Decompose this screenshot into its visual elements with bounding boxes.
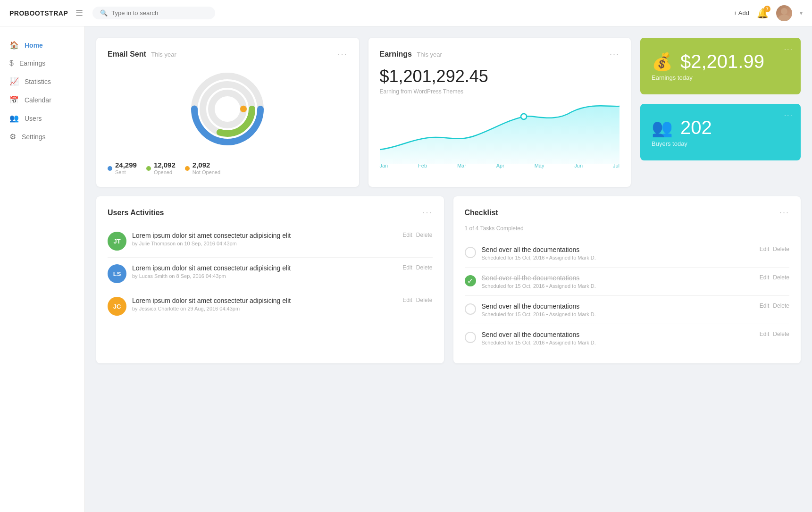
checklist-actions: Edit Delete — [760, 302, 789, 309]
not-opened-dot — [185, 166, 190, 171]
sidebar-item-users[interactable]: 👥 Users — [0, 109, 84, 127]
earnings-menu[interactable]: ··· — [610, 49, 619, 59]
sidebar-item-statistics[interactable]: 📈 Statistics — [0, 72, 84, 91]
activity-item: LS Lorem ipsum dolor sit amet consectetu… — [108, 258, 433, 290]
email-sent-menu[interactable]: ··· — [337, 49, 347, 59]
donut-chart-container — [108, 67, 348, 151]
earnings-subtitle: This year — [417, 51, 442, 58]
activity-actions: Edit Delete — [402, 264, 432, 271]
buyers-today-value: 202 — [680, 117, 712, 138]
check-circle[interactable] — [465, 247, 476, 258]
activity-delete-button[interactable]: Delete — [416, 297, 433, 303]
activity-text: Lorem ipsum dolor sit amet consectetur a… — [132, 297, 397, 311]
earnings-today-row: 💰 $2,201.99 — [652, 51, 764, 72]
sidebar-item-earnings[interactable]: $ Earnings — [0, 54, 84, 72]
add-button[interactable]: + Add — [733, 9, 749, 17]
earnings-sub-label: Earning from WordPress Themes — [380, 88, 620, 95]
checklist-item: ✓ Send over all the documentations Sched… — [465, 268, 790, 296]
check-circle[interactable] — [465, 332, 476, 343]
opened-dot — [146, 166, 151, 171]
checklist-edit-button[interactable]: Edit — [760, 274, 770, 281]
settings-icon: ⚙ — [9, 132, 16, 141]
earnings-today-value: $2,201.99 — [680, 51, 764, 72]
checklist-edit-button[interactable]: Edit — [760, 331, 770, 337]
sent-label: Sent — [115, 169, 126, 175]
earnings-amount: $1,201,292.45 — [380, 67, 620, 86]
sidebar-label-earnings: Earnings — [19, 59, 45, 67]
sent-value: 24,299 — [115, 161, 137, 169]
sidebar-item-settings[interactable]: ⚙ Settings — [0, 127, 84, 146]
activity-item: JC Lorem ipsum dolor sit amet consectetu… — [108, 290, 433, 322]
legend-sent: 24,299 Sent — [108, 161, 137, 176]
activity-edit-button[interactable]: Edit — [402, 264, 412, 271]
checklist-item: Send over all the documentations Schedul… — [465, 239, 790, 268]
buyers-today-menu[interactable]: ··· — [784, 111, 793, 120]
svg-point-8 — [520, 114, 526, 119]
earnings-icon: $ — [9, 59, 14, 67]
earnings-title: Earnings — [380, 50, 412, 58]
donut-chart — [185, 67, 270, 151]
activity-delete-button[interactable]: Delete — [416, 264, 433, 271]
checklist-delete-button[interactable]: Delete — [773, 302, 789, 309]
check-circle[interactable] — [465, 303, 476, 315]
checklist-item: Send over all the documentations Schedul… — [465, 324, 790, 352]
users-icon: 👥 — [9, 114, 19, 123]
checklist-text: Send over all the documentations Schedul… — [482, 302, 754, 317]
checklist-edit-button[interactable]: Edit — [760, 246, 770, 252]
checklist-delete-button[interactable]: Delete — [773, 274, 789, 281]
activities-list: JT Lorem ipsum dolor sit amet consectetu… — [108, 225, 433, 322]
earnings-today-menu[interactable]: ··· — [784, 45, 793, 54]
earnings-today-label: Earnings today — [652, 74, 693, 81]
not-opened-label: Not Opened — [193, 169, 220, 175]
sidebar: 🏠 Home $ Earnings 📈 Statistics 📅 Calenda… — [0, 26, 85, 512]
checklist-menu[interactable]: ··· — [779, 208, 789, 218]
checklist-actions: Edit Delete — [760, 246, 789, 252]
activity-title: Lorem ipsum dolor sit amet consectetur a… — [132, 232, 397, 239]
checklist-title: Checklist — [465, 209, 498, 217]
activity-edit-button[interactable]: Edit — [402, 232, 412, 238]
checklist-list: Send over all the documentations Schedul… — [465, 239, 790, 352]
check-circle[interactable]: ✓ — [465, 275, 476, 286]
bottom-grid: Users Activities ··· JT Lorem ipsum dolo… — [96, 196, 801, 363]
top-grid: Email Sent This year ··· — [96, 38, 801, 187]
activity-meta: by Julie Thompson on 10 Sep, 2016 04:43p… — [132, 241, 397, 246]
checklist-edit-button[interactable]: Edit — [760, 302, 770, 309]
earnings-card: Earnings This year ··· $1,201,292.45 Ear… — [368, 38, 631, 187]
earnings-today-icon: 💰 — [652, 52, 673, 72]
user-avatar[interactable] — [776, 5, 792, 21]
checklist-text: Send over all the documentations Schedul… — [482, 274, 754, 289]
home-icon: 🏠 — [9, 41, 19, 50]
activity-edit-button[interactable]: Edit — [402, 297, 412, 303]
buyers-today-icon: 👥 — [652, 118, 673, 138]
legend-not-opened: 2,092 Not Opened — [185, 161, 220, 176]
checklist-item: Send over all the documentations Schedul… — [465, 296, 790, 324]
main-content: Email Sent This year ··· — [85, 26, 812, 512]
activity-title: Lorem ipsum dolor sit amet consectetur a… — [132, 264, 397, 272]
search-icon: 🔍 — [100, 9, 108, 17]
svg-point-0 — [781, 8, 787, 15]
nav-right: + Add 🔔 7 ▾ — [733, 5, 803, 21]
activity-title: Lorem ipsum dolor sit amet consectetur a… — [132, 297, 397, 304]
buyers-today-label: Buyers today — [652, 140, 687, 147]
hamburger-button[interactable]: ☰ — [75, 8, 83, 18]
avatar-dropdown-icon[interactable]: ▾ — [800, 10, 803, 17]
activities-menu[interactable]: ··· — [422, 208, 432, 218]
activity-avatar: LS — [108, 264, 126, 283]
checklist-text: Send over all the documentations Schedul… — [482, 331, 754, 345]
search-input[interactable] — [111, 9, 208, 17]
sidebar-label-home: Home — [25, 42, 43, 49]
checklist-delete-button[interactable]: Delete — [773, 246, 789, 252]
checklist-item-title: Send over all the documentations — [482, 302, 754, 310]
sidebar-item-home[interactable]: 🏠 Home — [0, 36, 84, 54]
checklist-actions: Edit Delete — [760, 331, 789, 337]
activity-delete-button[interactable]: Delete — [416, 232, 433, 238]
activity-item: JT Lorem ipsum dolor sit amet consectetu… — [108, 225, 433, 258]
checklist-header: Checklist ··· — [465, 208, 790, 218]
sidebar-item-calendar[interactable]: 📅 Calendar — [0, 91, 84, 109]
checklist-item-title: Send over all the documentations — [482, 331, 754, 338]
notifications-button[interactable]: 🔔 7 — [757, 8, 769, 19]
page-layout: 🏠 Home $ Earnings 📈 Statistics 📅 Calenda… — [0, 0, 812, 512]
checklist-delete-button[interactable]: Delete — [773, 331, 789, 337]
activity-avatar: JC — [108, 297, 126, 316]
opened-value: 12,092 — [154, 161, 176, 169]
